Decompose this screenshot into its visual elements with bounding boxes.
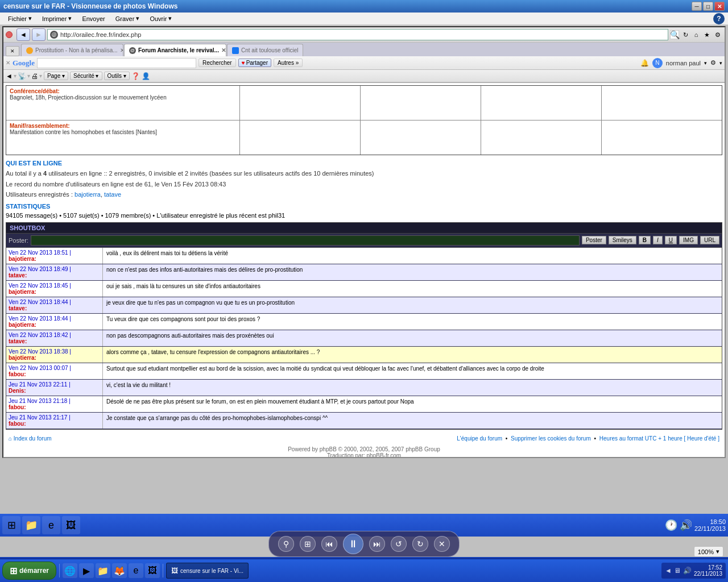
shoutbox-smileys-button[interactable]: Smileys [609,236,636,244]
shoutbox-img-button[interactable]: IMG [679,236,698,244]
event-cell-1: Conférence/débat: Bagnolet, 18h, Project… [6,86,240,120]
autres-button[interactable]: Autres » [274,59,303,67]
ie-back-icon[interactable]: ◄ [6,72,13,80]
shoutbox-user-6[interactable]: bajotierra: [9,355,36,361]
delete-control[interactable]: ✕ [434,536,450,552]
ie-feed-icon[interactable]: 📡 [18,72,26,80]
shoutbox-underline-button[interactable]: U [665,236,677,244]
shoutbox-user-10[interactable]: fabou: [9,421,26,427]
manif-cell-5 [602,120,722,155]
search-control[interactable]: ⚲ [278,536,294,552]
inner-close-icon[interactable] [6,31,13,38]
shoutbox-user-0[interactable]: bajotierra: [9,256,36,262]
taskbar2-folder[interactable]: 📁 [22,516,40,534]
menu-ouvrir[interactable]: Ouvrir ▾ [145,14,176,23]
close-button[interactable]: ✕ [714,2,725,11]
tab-cnt[interactable]: Cnt ait toulouse officiel [227,44,303,56]
ie-help-icon[interactable]: ❓ [131,72,140,80]
back-button[interactable]: ◄ [16,28,30,41]
help-icon[interactable]: ? [713,13,725,24]
shoutbox-user-5[interactable]: tatave: [9,338,27,344]
fit-control[interactable]: ⊞ [300,536,316,552]
shoutbox-user-4[interactable]: bajotierra: [9,322,36,328]
forum-table-row-2: Manif/rassemblement: Manifestation contr… [6,120,722,155]
manif-cell-2 [240,120,361,155]
user-link-tatave[interactable]: tatave [104,191,121,198]
cookies-link[interactable]: Supprimer les cookies du forum [511,435,591,442]
shoutbox-user-1[interactable]: tatave: [9,272,27,278]
zoom-icon[interactable]: ▾ [716,548,719,555]
shoutbox-user-2[interactable]: bajotierra: [9,289,36,295]
google-search-input[interactable] [37,58,196,68]
play-control[interactable]: ⏸ [343,534,363,554]
shoutbox-msg-2: Ven 22 Nov 2013 18:45 |bajotierra: oui j… [6,281,722,297]
shoutbox-italic-button[interactable]: I [653,236,663,244]
page-button[interactable]: Page ▾ [44,72,68,80]
photo-controls: ⚲ ⊞ ⏮ ⏸ ⏭ ↺ ↻ ✕ [268,531,460,557]
user-name[interactable]: norman paul [666,60,701,66]
toolbar-x[interactable]: ✕ [6,60,10,66]
tab-prostitution[interactable]: Prostitution - Non à la pénalisa... ✕ [21,44,123,56]
rotate-right-control[interactable]: ↻ [412,536,428,552]
shoutbox-bold-button[interactable]: B [639,236,651,244]
inner-window-controls [6,31,13,38]
taskbar2-ie[interactable]: e [42,516,60,534]
shoutbox-input-row: Poster: Poster Smileys B I U IMG URL [6,234,722,248]
tab-forum-anarchiste[interactable]: @ Forum Anarchiste, le revival... ✕ [124,44,226,56]
prev-control[interactable]: ⏮ [321,536,337,552]
forward-button[interactable]: ► [32,28,46,41]
menu-graver[interactable]: Graver ▾ [111,14,144,23]
browser-search-icon[interactable]: 🔍 [670,30,679,39]
settings-icon[interactable]: ⚙ [710,59,716,66]
rotate-left-control[interactable]: ↺ [391,536,407,552]
user-link-bajotierra[interactable]: bajotierra [75,191,101,198]
online-line1: Au total il y a 4 utilisateurs en ligne … [6,169,722,178]
partager-button[interactable]: ♥ Partager [238,59,271,67]
menu-imprimer[interactable]: Imprimer ▾ [38,14,76,23]
refresh-icon[interactable]: ↻ [681,30,690,39]
google-search-button[interactable]: Rechercher [198,59,236,67]
shoutbox-msg-7: Ven 22 Nov 2013 00:07 |fabou: Surtout qu… [6,363,722,380]
next-control[interactable]: ⏭ [369,536,385,552]
quicklaunch-media[interactable]: ▶ [79,563,94,578]
browser-window: ◄ ► @ http://orailec.free.fr/index.php 🔍… [2,26,726,458]
taskbar2-photo[interactable]: 🖼 [62,516,80,534]
systray-clock[interactable]: 17:52 22/11/2013 [694,564,722,577]
menu-envoyer[interactable]: Envoyer [77,14,109,23]
minimize-button[interactable]: ─ [692,2,702,11]
start-button[interactable]: ⊞ démarrer [2,562,56,580]
shoutbox-url-button[interactable]: URL [700,236,719,244]
shoutbox-user-8[interactable]: Denis: [9,388,26,394]
ie-print-icon[interactable]: 🖨 [31,72,38,80]
tab-close-2[interactable]: ✕ [221,47,226,53]
quicklaunch-firefox[interactable]: 🦊 [112,563,127,578]
taskbar2-right: 🕐 🔊 18:50 22/11/2013 [665,518,726,532]
systray-expand[interactable]: ◄ [665,567,672,575]
shoutbox-post-button[interactable]: Poster [582,236,606,244]
quicklaunch-photo[interactable]: 🖼 [145,563,160,578]
quicklaunch-ie[interactable]: 🌐 [63,563,77,578]
maximize-button[interactable]: □ [703,2,713,11]
taskbar2-windows[interactable]: ⊞ [2,516,20,534]
heures-link[interactable]: Heures au format UTC + 1 heure [ Heure d… [599,435,719,442]
shoutbox-user-3[interactable]: tatave: [9,305,27,311]
shoutbox-user-7[interactable]: fabou: [9,371,26,377]
tools-icon[interactable]: ⚙ [713,30,722,39]
tab-close-1[interactable]: ✕ [120,47,123,53]
shoutbox-input[interactable] [31,235,580,246]
equipe-link[interactable]: L'équipe du forum [457,435,502,442]
quicklaunch-ie2[interactable]: e [129,563,143,578]
tab-label-3: Cnt ait toulouse officiel [241,47,298,53]
address-bar[interactable]: @ http://orailec.free.fr/index.php [47,29,668,40]
securite-button[interactable]: Sécurité ▾ [70,72,102,80]
new-tab-button[interactable]: ✕ [6,46,19,56]
index-link[interactable]: ⌂ Index du forum [9,435,52,442]
shoutbox-user-9[interactable]: fabou: [9,404,26,410]
outils-button[interactable]: Outils ▾ [104,72,130,80]
quicklaunch-folder[interactable]: 📁 [96,563,110,578]
ie-user-icon[interactable]: 👤 [142,72,150,80]
active-window-btn[interactable]: 🖼 censure sur le FAR - Vi... [166,563,249,579]
menu-fichier[interactable]: Fichier ▾ [3,14,36,23]
favorites-icon[interactable]: ★ [702,30,712,39]
home-icon[interactable]: ⌂ [692,30,701,39]
